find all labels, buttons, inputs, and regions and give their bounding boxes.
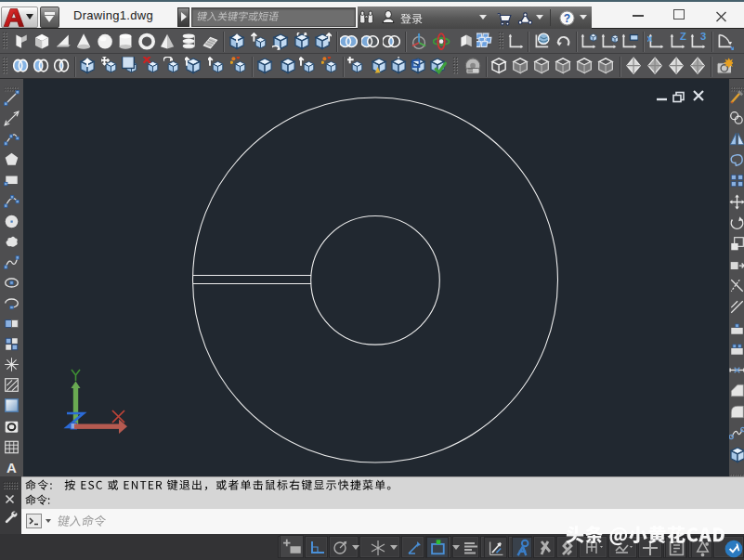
svg-text:3: 3 (700, 33, 706, 42)
svg-text:Z: Z (680, 33, 686, 42)
svg-text:?: ? (564, 12, 570, 25)
svg-text:x: x (647, 33, 653, 44)
svg-text:x: x (730, 43, 734, 50)
